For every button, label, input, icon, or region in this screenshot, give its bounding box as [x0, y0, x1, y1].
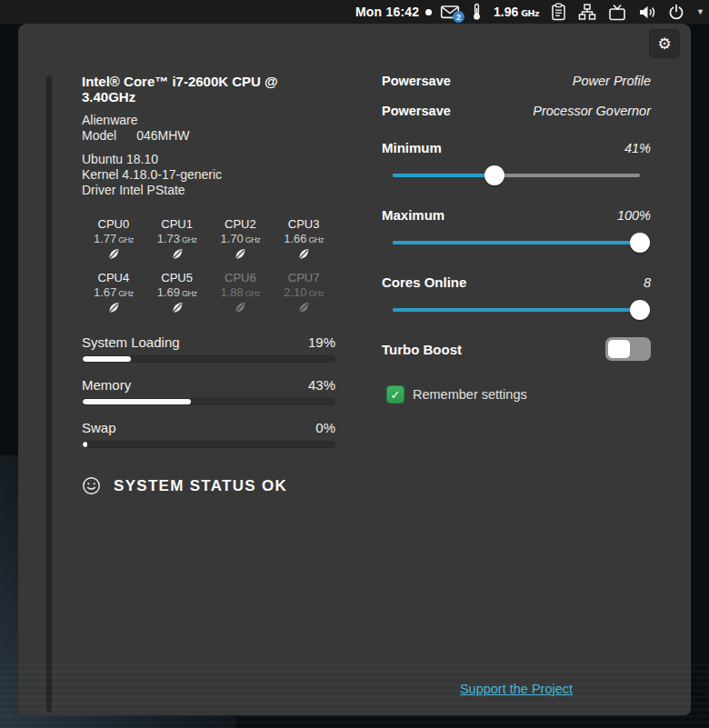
processor-governor-row[interactable]: Powersave Processor Governor — [382, 104, 651, 118]
cpu-core-frequency: 1.73GHz — [145, 232, 209, 245]
slider-fill — [393, 308, 640, 312]
notification-dot-icon — [425, 9, 432, 15]
slider-fill — [393, 174, 494, 177]
support-project-link[interactable]: Support the Project — [460, 682, 573, 696]
progress-fill — [83, 356, 131, 362]
cpu-core-frequency: 1.88GHz — [209, 285, 273, 299]
progress-fill — [83, 399, 191, 404]
unread-count-badge: 2 — [453, 11, 464, 23]
cpu-core-cell: CPU3 1.66GHz — [272, 215, 335, 266]
power-profile-row[interactable]: Powersave Power Profile — [382, 74, 651, 88]
eco-leaf-icon — [171, 247, 184, 261]
cpupower-window: ⚙ Intel® Core™ i7-2600K CPU @ 3.40GHz Al… — [18, 24, 691, 715]
volume-tray-item[interactable] — [638, 5, 656, 20]
hierarchy-icon — [578, 4, 596, 20]
power-settings-panel: Powersave Power Profile Powersave Proces… — [382, 74, 651, 404]
model-line: Model046MHW — [82, 128, 335, 144]
cpu-core-frequency: 1.77GHz — [82, 232, 145, 245]
minimum-label: Minimum — [382, 140, 442, 155]
eco-leaf-icon — [107, 247, 120, 261]
tv-tray-item[interactable] — [608, 4, 626, 21]
cpu-core-cell-offline: CPU7 2.10GHz — [272, 269, 335, 320]
memory-meter: Memory 43% — [82, 377, 335, 405]
slider-handle[interactable] — [630, 233, 650, 253]
model-label: Model — [82, 128, 116, 143]
remember-settings-label: Remember settings — [413, 387, 527, 402]
cpu-core-cell-offline: CPU6 1.88GHz — [209, 269, 273, 320]
cpu-core-name: CPU0 — [82, 217, 145, 231]
clipboard-tray-item[interactable] — [551, 3, 566, 21]
clipboard-icon — [551, 3, 566, 21]
progress-track — [82, 355, 335, 363]
cpu-core-name: CPU7 — [272, 271, 335, 284]
frequency-unit: GHz — [521, 8, 539, 18]
top-panel: Mon 16:42 2 1.96 GHz — [0, 0, 709, 24]
driver-name: Driver Intel PState — [82, 183, 335, 198]
vendor-name: Alienware — [82, 113, 335, 128]
vertical-scrollbar[interactable] — [46, 76, 52, 713]
meter-label: Memory — [82, 377, 131, 393]
cpu-core-name: CPU6 — [209, 271, 273, 284]
desktop: Mon 16:42 2 1.96 GHz — [0, 0, 709, 728]
cpu-core-cell: CPU2 1.70GHz — [209, 215, 273, 266]
maximum-slider[interactable] — [393, 233, 640, 253]
settings-button[interactable]: ⚙ — [649, 29, 680, 58]
os-version: Ubuntu 18.10 — [82, 152, 335, 167]
minimum-slider-group: Minimum 41% — [382, 140, 651, 185]
cpu-core-cell: CPU0 1.77GHz — [82, 215, 145, 266]
footer: Support the Project — [382, 681, 651, 697]
cores-online-slider[interactable] — [393, 300, 640, 320]
cores-online-label: Cores Online — [382, 274, 466, 290]
os-block: Ubuntu 18.10 Kernel 4.18.0-17-generic Dr… — [82, 152, 335, 198]
cpu-core-frequency: 1.66GHz — [272, 232, 335, 245]
vendor-block: Alienware Model046MHW — [82, 113, 335, 144]
cpu-core-name: CPU5 — [145, 271, 209, 284]
cpu-core-cell: CPU1 1.73GHz — [145, 215, 209, 266]
meter-value: 19% — [308, 334, 335, 350]
minimum-slider[interactable] — [393, 165, 640, 185]
gear-icon: ⚙ — [657, 35, 671, 54]
slider-handle[interactable] — [630, 300, 650, 320]
cpu-core-name: CPU4 — [82, 271, 145, 284]
processor-governor-label: Processor Governor — [533, 104, 651, 118]
progress-track — [82, 398, 335, 405]
cores-online-slider-group: Cores Online 8 — [382, 274, 651, 320]
eco-leaf-icon — [297, 247, 310, 261]
turbo-boost-toggle[interactable] — [605, 337, 651, 361]
cpu-frequency-tray-item[interactable]: 1.96 GHz — [494, 5, 539, 19]
maximum-slider-group: Maximum 100% — [382, 207, 651, 253]
clock-menu[interactable]: Mon 16:42 — [355, 0, 432, 24]
chevron-down-icon[interactable]: ▼ — [696, 7, 704, 16]
cpu-core-grid: CPU0 1.77GHz CPU1 1.73GHz CPU2 1.70GHz C… — [82, 215, 335, 320]
maximum-label: Maximum — [382, 207, 444, 223]
power-profile-value: Powersave — [382, 74, 451, 88]
power-tray-item[interactable] — [668, 4, 684, 20]
turbo-boost-row: Turbo Boost — [382, 337, 651, 361]
network-tree-tray-item[interactable] — [578, 4, 596, 20]
eco-leaf-icon — [234, 247, 246, 261]
slider-fill — [393, 241, 640, 244]
system-tray: 2 1.96 GHz — [440, 0, 704, 24]
temperature-tray-item[interactable] — [472, 3, 482, 21]
system-loading-meter: System Loading 19% — [82, 334, 335, 363]
cpu-core-frequency: 1.69GHz — [145, 285, 209, 299]
cores-online-value: 8 — [644, 275, 651, 290]
cpu-core-name: CPU3 — [272, 217, 335, 231]
remember-settings-row: ✓ Remember settings — [382, 385, 651, 404]
slider-handle[interactable] — [484, 165, 504, 185]
power-profile-label: Power Profile — [573, 74, 651, 88]
cpu-core-cell: CPU4 1.67GHz — [82, 269, 145, 320]
power-icon — [668, 4, 684, 20]
frequency-value: 1.96 — [494, 5, 518, 19]
meter-value: 0% — [315, 420, 335, 435]
eco-leaf-icon — [171, 301, 184, 314]
meter-label: Swap — [82, 420, 116, 435]
remember-settings-checkbox[interactable]: ✓ — [386, 385, 404, 404]
cpu-core-cell: CPU5 1.69GHz — [145, 269, 209, 320]
cpu-model-title: Intel® Core™ i7-2600K CPU @ 3.40GHz — [82, 74, 335, 105]
cpu-core-frequency: 1.67GHz — [82, 285, 145, 299]
checkmark-icon: ✓ — [391, 388, 401, 402]
progress-track — [82, 441, 335, 448]
meter-label: System Loading — [82, 334, 180, 350]
messages-tray-item[interactable]: 2 — [440, 4, 460, 20]
